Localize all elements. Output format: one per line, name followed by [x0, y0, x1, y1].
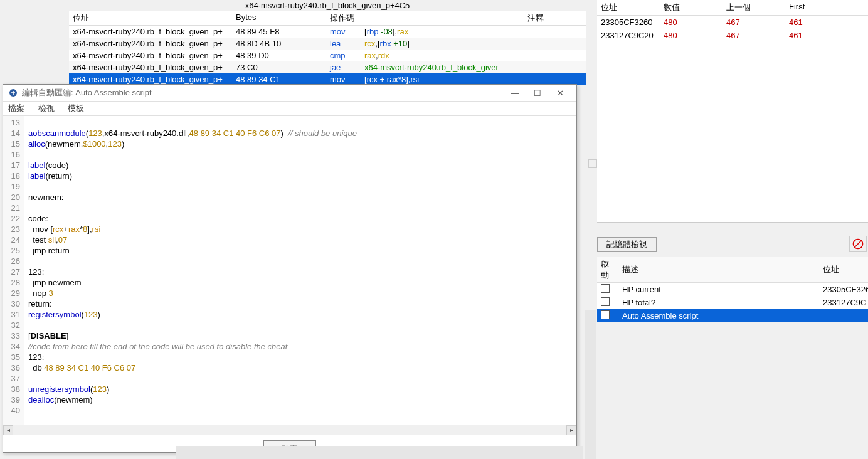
h-scrollbar[interactable]: ◂ ▸ [3, 425, 576, 435]
col-active[interactable]: 啟動 [597, 257, 618, 282]
code-editor[interactable]: 1314151617181920212223242526272829303132… [3, 116, 576, 425]
memory-view-bar: 記憶體檢視 [597, 237, 868, 252]
cheat-table-panel: 啟動 描述 位址 HP current23305CF326HP total?23… [597, 257, 868, 322]
maximize-button[interactable]: ☐ [526, 88, 549, 98]
active-checkbox[interactable] [601, 310, 610, 319]
col-bytes[interactable]: Bytes [232, 11, 326, 25]
scan-results-panel: 位址 數值 上一個 First 23305CF32604804674612331… [597, 0, 868, 223]
scan-row[interactable]: 233127C9C20480467461 [597, 29, 868, 42]
app-icon [8, 88, 18, 98]
active-checkbox[interactable] [601, 284, 610, 293]
disassembly-panel: x64-msvcrt-ruby240.rb_f_block_given_p+4C… [69, 0, 586, 85]
disasm-title: x64-msvcrt-ruby240.rb_f_block_given_p+4C… [69, 0, 586, 11]
disasm-row[interactable]: x64-msvcrt-ruby240.rb_f_block_given_p+48… [69, 50, 586, 61]
dialog-menu: 檔案 檢視 模板 [3, 102, 576, 116]
menu-template[interactable]: 模板 [68, 103, 84, 113]
ct-header: 啟動 描述 位址 [597, 257, 868, 283]
auto-assemble-dialog: 編輯自動匯編: Auto Assemble script — ☐ ✕ 檔案 檢視… [3, 84, 577, 453]
col-args[interactable] [361, 11, 524, 25]
code-area[interactable]: aobscanmodule(123,x64-msvcrt-ruby240.dll… [24, 116, 576, 425]
ct-row[interactable]: HP current23305CF326 [597, 283, 868, 296]
svg-line-1 [855, 241, 861, 247]
disasm-row[interactable]: x64-msvcrt-ruby240.rb_f_block_given_p+48… [69, 38, 586, 50]
close-button[interactable]: ✕ [549, 88, 571, 98]
menu-file[interactable]: 檔案 [8, 103, 24, 113]
col-op[interactable]: 操作碼 [326, 11, 361, 25]
scan-rows[interactable]: 23305CF3260480467461233127C9C20480467461 [597, 16, 868, 223]
col-prev[interactable]: 上一個 [722, 0, 785, 15]
disasm-row[interactable]: x64-msvcrt-ruby240.rb_f_block_given_p+48… [69, 26, 586, 38]
scroll-right-button[interactable]: ▸ [566, 425, 576, 435]
scroll-stub[interactable] [588, 159, 597, 168]
ct-rows[interactable]: HP current23305CF326HP total?233127C9CAu… [597, 283, 868, 322]
col-address[interactable]: 位址 [69, 11, 232, 25]
scan-header: 位址 數值 上一個 First [597, 0, 868, 16]
scan-row[interactable]: 23305CF3260480467461 [597, 16, 868, 29]
col-addr[interactable]: 位址 [597, 0, 660, 15]
line-gutter: 1314151617181920212223242526272829303132… [3, 116, 24, 425]
dialog-titlebar[interactable]: 編輯自動匯編: Auto Assemble script — ☐ ✕ [3, 85, 576, 102]
active-checkbox[interactable] [601, 297, 610, 306]
col-val[interactable]: 數值 [660, 0, 722, 15]
memory-view-button[interactable]: 記憶體檢視 [597, 237, 657, 252]
ct-row[interactable]: Auto Assemble script [597, 309, 868, 322]
col-addr2[interactable]: 位址 [819, 263, 868, 277]
dialog-title: 編輯自動匯編: Auto Assemble script [22, 87, 152, 98]
menu-view[interactable]: 檢視 [38, 103, 55, 113]
disasm-row[interactable]: x64-msvcrt-ruby240.rb_f_block_given_p+73… [69, 61, 586, 73]
forbidden-icon[interactable] [849, 236, 867, 252]
col-desc[interactable]: 描述 [618, 263, 819, 277]
ct-row[interactable]: HP total?233127C9C [597, 296, 868, 309]
col-comment[interactable]: 注釋 [524, 11, 574, 25]
minimize-button[interactable]: — [504, 88, 526, 98]
disasm-rows[interactable]: x64-msvcrt-ruby240.rb_f_block_given_p+48… [69, 26, 586, 85]
scroll-left-button[interactable]: ◂ [3, 425, 13, 435]
col-first[interactable]: First [785, 0, 848, 15]
disasm-header: 位址 Bytes 操作碼 注釋 [69, 11, 586, 26]
